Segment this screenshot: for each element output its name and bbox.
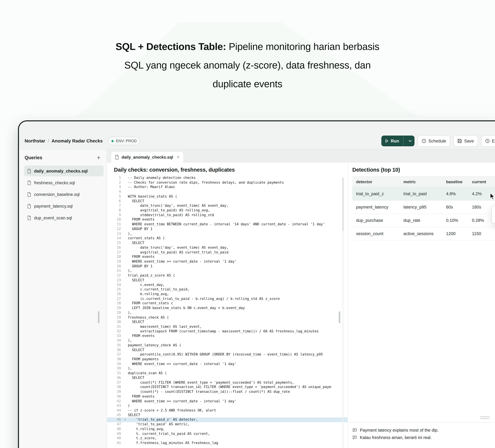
detection-row[interactable]: dup_purchase dup_rate 0.10% 0.28% 2.2 (352, 214, 495, 227)
close-icon[interactable]: × (177, 155, 179, 159)
code-line[interactable]: 34 ), (107, 338, 347, 343)
code-line[interactable]: 5 WITH baseline_stats AS ( (107, 194, 347, 199)
code-line[interactable]: 8 avg(trial_to_paid) AS rolling_avg, (107, 208, 347, 213)
detection-row[interactable]: trial_to_paid_z trial_to_paid 4.8% 4.2% … (352, 187, 495, 201)
code-line[interactable]: 36 SELECT (107, 376, 347, 380)
code-line[interactable]: 36 SELECT (107, 348, 347, 352)
code-line[interactable]: 16 date_trunc('day', event_time) AS even… (107, 246, 347, 250)
active-line-marker (124, 217, 128, 222)
code-line[interactable]: 32 extract(epoch FROM (current_timestamp… (107, 329, 347, 334)
code-line[interactable]: 30 FROM events (107, 394, 347, 399)
code-text: f.freshness_lag_minutes AS freshness_lag (128, 441, 347, 445)
code-line[interactable]: 29 freshness_check AS ( (107, 315, 347, 320)
code-line[interactable]: 37 count(*) FILTER (WHERE event_type = '… (107, 380, 347, 385)
code-line[interactable]: 33 FROM events (107, 334, 347, 338)
code-line[interactable]: 7 date_trunc('day', event_time) AS event… (107, 204, 347, 208)
code-line[interactable]: 48 t.rolling_avg, (107, 427, 347, 432)
code-line[interactable]: 13 ), (107, 231, 347, 236)
editor-resize-handle[interactable] (339, 311, 340, 323)
code-line[interactable]: 27 (c.current_trial_to_paid - b.rolling_… (107, 297, 347, 301)
code-line[interactable]: 38 FROM payments (107, 357, 347, 362)
sidebar-resize-handle[interactable] (98, 311, 99, 323)
active-line-marker (124, 320, 128, 325)
code-text: WITH baseline_stats AS ( (128, 194, 347, 199)
sidebar-query-label: daily_anomaly_checks.sql (34, 169, 87, 173)
code-line[interactable]: 14 current_stats AS ( (107, 236, 347, 241)
breadcrumb-page[interactable]: Anomaly Radar Checks (52, 138, 103, 144)
code-line[interactable]: 20 GROUP BY 1 (107, 264, 347, 269)
code-line[interactable]: 41 f.freshness_lag_minutes AS freshness_… (107, 441, 347, 445)
code-line[interactable]: 45 SELECT (107, 413, 347, 418)
code-line[interactable]: 6 SELECT (107, 199, 347, 204)
code-text: SELECT (128, 320, 347, 325)
active-line-marker (124, 338, 128, 343)
sidebar-query-item[interactable]: dup_event_scan.sql (24, 212, 104, 223)
export-button[interactable]: Ex (481, 135, 495, 146)
code-line[interactable]: 3 -- Author: Maarif Alawi (107, 185, 347, 190)
code-line[interactable]: 46 › 'trial_to_paid_z' AS detector, (107, 418, 347, 422)
detection-row[interactable]: payment_latency latency_p95 60s 180s (352, 201, 495, 214)
run-button[interactable]: Run (381, 136, 414, 146)
code-line[interactable]: 42 WHERE event_time >= current_date - in… (107, 399, 347, 404)
code-line[interactable]: 19 WHERE event_time >= current_date - in… (107, 259, 347, 264)
run-button-divider (403, 136, 403, 146)
code-line[interactable]: 43 ) (107, 404, 347, 408)
code-line[interactable]: 35 payment_latency_check AS ( (107, 343, 347, 348)
active-line-marker (124, 348, 128, 352)
sidebar-query-item[interactable]: conversion_baseline.sql (24, 189, 104, 200)
code-line[interactable]: 31 duplicate_scan AS ( (107, 371, 347, 376)
code-line[interactable]: 23 SELECT (107, 278, 347, 283)
tab-daily-anomaly-checks[interactable]: daily_anomaly_checks.sql × (111, 151, 184, 162)
code-line[interactable]: 39 (count(*) - count(DISTINCT transactio… (107, 390, 347, 394)
line-number: 39 (113, 366, 124, 371)
code-line[interactable]: 1 -- Daily anomaly detection checks (107, 176, 347, 180)
cell-detector: session_count (352, 227, 400, 240)
code-text: -- Checks for conversion rate dips, fres… (128, 180, 347, 185)
sql-editor[interactable]: Daily checks: conversion, freshness, dup… (107, 162, 347, 448)
code-line[interactable]: 30 SELECT (107, 320, 347, 325)
sidebar-query-item[interactable]: freshness_checks.sql (24, 177, 104, 188)
code-line[interactable]: 22 trial_paid_z_score AS ( (107, 274, 347, 278)
code-text: 'trial_to_paid_z' AS detector, (128, 418, 347, 422)
export-button-label: Ex (492, 139, 495, 143)
code-line[interactable]: 47 'trial_to_paid' AS metric, (107, 422, 347, 427)
code-line[interactable]: 10 FROM events (107, 217, 347, 222)
code-line[interactable]: 44 -- if z-score > 2.5 AND freshness OK,… (107, 408, 347, 413)
code-line[interactable]: 39 ), (107, 366, 347, 371)
add-query-button[interactable]: + (96, 155, 102, 161)
breadcrumb-app[interactable]: Northstar (25, 138, 45, 144)
code-line[interactable]: 49 t. current_trial_to_paid AS current, (107, 432, 347, 436)
code-line[interactable]: 9 stddev(trial_to_paid) AS rolling_std (107, 213, 347, 217)
code-line[interactable]: 31 max(event_time) AS last_event, (107, 325, 347, 329)
panel-resize-handle[interactable] (480, 417, 490, 420)
code-line[interactable]: 37 percentile_cont(0.95) WITHIN GROUP (O… (107, 352, 347, 357)
detection-row[interactable]: session_count active_sessions 1200 1150 … (352, 227, 495, 241)
code-line[interactable]: 18 FROM events (107, 255, 347, 259)
active-line-marker (124, 227, 128, 231)
schedule-button[interactable]: Schedule (418, 135, 450, 146)
code-text: freshness_check AS ( (128, 315, 347, 320)
code-line[interactable]: 24 c.event_day, (107, 283, 347, 287)
code-line[interactable]: 17 avg(trial_to_paid) AS current_trial_t… (107, 250, 347, 255)
code-line[interactable]: 2 -- Checks for conversion rate dips, fr… (107, 180, 347, 185)
page-heading: SQL + Detections Table: Pipeline monitor… (113, 37, 382, 93)
code-line[interactable]: 40 t.z_score, (107, 436, 347, 441)
save-button[interactable]: Save (454, 135, 478, 146)
code-line[interactable]: 39 WHERE event_time >= current_date - in… (107, 362, 347, 366)
code-line[interactable]: 11 WHERE event_time BETWEEN current_date… (107, 222, 347, 227)
sidebar-query-item[interactable]: daily_anomaly_checks.sql (24, 166, 104, 176)
code-line[interactable]: 38 count(DISTINCT transaction_id) FILTER… (107, 385, 347, 390)
code-line[interactable]: 21 ), (107, 269, 347, 274)
code-line[interactable]: 15 SELECT (107, 241, 347, 246)
sidebar-query-item[interactable]: payment_latency.sql (24, 201, 104, 211)
code-line[interactable]: 29 ), (107, 311, 347, 315)
code-line[interactable]: 25 c.current_trial_to_paid, (107, 287, 347, 292)
editor-scrollbar-thumb[interactable] (343, 177, 344, 231)
code-line[interactable]: 26 b.rolling_avg, (107, 292, 347, 297)
run-options-caret[interactable] (406, 136, 414, 146)
code-line[interactable]: 12 GROUP BY 1 (107, 227, 347, 231)
code-line[interactable]: 28 FROM current_stats c (107, 301, 347, 306)
file-icon (27, 180, 31, 185)
code-line[interactable]: 4 (107, 190, 347, 194)
code-line[interactable]: 29 LEFT JOIN baseline_stats b ON c.event… (107, 306, 347, 311)
